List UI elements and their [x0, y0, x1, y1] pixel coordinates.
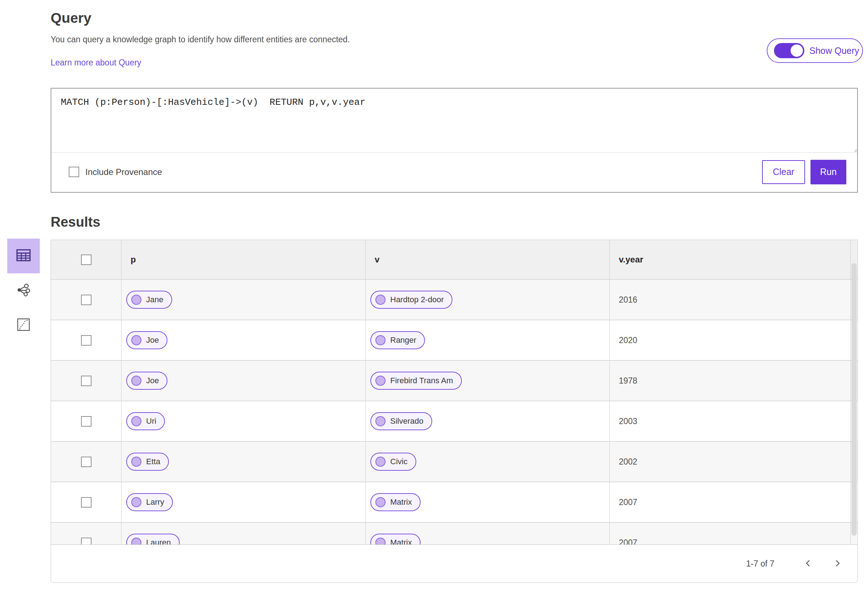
query-actions: Clear Run [762, 160, 846, 184]
select-all-checkbox[interactable] [81, 255, 92, 265]
clear-button[interactable]: Clear [762, 160, 805, 184]
entity-label: Matrix [390, 497, 412, 507]
page-description: You can query a knowledge graph to ident… [51, 35, 350, 44]
entity-label: Larry [146, 497, 164, 507]
map-view-button[interactable] [7, 308, 40, 343]
include-provenance-option[interactable]: Include Provenance [69, 167, 162, 177]
scrollbar-thumb[interactable] [851, 263, 857, 536]
node-icon [131, 295, 142, 305]
row-select-cell [51, 361, 121, 401]
p-cell: Joe [121, 320, 366, 360]
column-header-v-year: v.year [610, 240, 858, 279]
include-provenance-checkbox[interactable] [69, 167, 79, 177]
entity-label: Jane [146, 295, 164, 304]
network-graph-icon [17, 283, 30, 298]
query-panel: MATCH (p:Person)-[:HasVehicle]->(v) RETU… [51, 88, 858, 193]
learn-more-link[interactable]: Learn more about Query [51, 58, 142, 68]
previous-page-button[interactable] [800, 556, 816, 572]
entity-chip[interactable]: Joe [126, 371, 167, 390]
table-row: Larry Matrix 2007 [51, 482, 858, 523]
year-cell: 2003 [610, 401, 858, 441]
row-checkbox[interactable] [81, 457, 92, 467]
row-checkbox[interactable] [81, 497, 92, 508]
entity-chip[interactable]: Firebird Trans Am [371, 371, 462, 390]
year-cell: 2007 [610, 482, 858, 522]
v-cell: Hardtop 2-door [366, 280, 610, 320]
entity-chip[interactable]: Civic [371, 453, 416, 471]
entity-label: Joe [146, 336, 159, 345]
table-header-row: p v v.year [51, 240, 858, 280]
row-select-cell [51, 320, 121, 360]
p-cell: Etta [121, 442, 366, 482]
entity-chip[interactable]: Uri [126, 412, 165, 430]
results-table: p v v.year Jane Hardtop 2-door 2016 Joe … [51, 240, 858, 583]
v-cell: Firebird Trans Am [366, 361, 610, 401]
results-view-switcher [7, 239, 40, 343]
p-cell: Uri [121, 401, 366, 441]
select-all-cell [51, 240, 121, 279]
include-provenance-label: Include Provenance [86, 167, 162, 177]
entity-chip[interactable]: Jane [126, 291, 172, 309]
vertical-scrollbar[interactable] [850, 240, 858, 545]
node-icon [375, 335, 385, 345]
table-row: Uri Silverado 2003 [51, 401, 858, 442]
show-query-label: Show Query [809, 46, 859, 56]
node-icon [131, 497, 142, 507]
chevron-right-icon [833, 559, 842, 569]
node-icon [375, 295, 385, 305]
table-view-button[interactable] [7, 239, 40, 273]
entity-chip[interactable]: Matrix [371, 493, 421, 511]
table-icon [16, 249, 31, 263]
run-button[interactable]: Run [810, 160, 846, 184]
p-cell: Jane [121, 280, 366, 320]
pagination-range-label: 1-7 of 7 [746, 559, 774, 569]
page-title: Query [51, 10, 92, 26]
chevron-left-icon [804, 559, 813, 569]
toggle-knob [791, 44, 803, 57]
row-checkbox[interactable] [81, 335, 92, 346]
query-panel-footer: Include Provenance Clear Run [52, 153, 857, 191]
entity-label: Etta [146, 457, 160, 466]
row-checkbox[interactable] [81, 416, 92, 427]
table-row: Joe Ranger 2020 [51, 320, 858, 361]
entity-chip[interactable]: Joe [126, 331, 167, 349]
node-icon [375, 457, 385, 467]
v-cell: Ranger [366, 320, 610, 360]
year-cell: 1978 [610, 361, 858, 401]
row-select-cell [51, 280, 121, 320]
pagination-bar: 1-7 of 7 [51, 544, 858, 582]
table-row: Etta Civic 2002 [51, 442, 858, 482]
node-icon [375, 497, 385, 507]
p-cell: Larry [121, 482, 366, 522]
entity-chip[interactable]: Hardtop 2-door [371, 291, 452, 309]
entity-label: Ranger [390, 336, 416, 345]
row-select-cell [51, 482, 121, 522]
node-icon [131, 376, 142, 386]
entity-chip[interactable]: Ranger [371, 331, 425, 349]
query-input[interactable]: MATCH (p:Person)-[:HasVehicle]->(v) RETU… [52, 88, 857, 153]
node-icon [375, 416, 385, 426]
entity-chip[interactable]: Larry [126, 493, 173, 511]
v-cell: Silverado [366, 401, 610, 441]
entity-chip[interactable]: Etta [126, 453, 169, 471]
year-cell: 2020 [610, 320, 858, 360]
node-icon [131, 335, 142, 345]
column-header-p: p [121, 240, 366, 279]
entity-label: Firebird Trans Am [390, 376, 453, 385]
map-icon [17, 318, 30, 333]
entity-label: Silverado [390, 417, 424, 426]
query-page: Query You can query a knowledge graph to… [0, 0, 868, 594]
year-cell: 2016 [610, 280, 858, 320]
entity-label: Hardtop 2-door [390, 295, 444, 304]
row-checkbox[interactable] [81, 376, 92, 386]
entity-chip[interactable]: Silverado [371, 412, 432, 430]
table-body: Jane Hardtop 2-door 2016 Joe Ranger 2020… [51, 280, 858, 563]
graph-view-button[interactable] [7, 273, 40, 308]
show-query-toggle[interactable]: Show Query [767, 38, 863, 63]
row-checkbox[interactable] [81, 295, 92, 305]
next-page-button[interactable] [829, 556, 845, 572]
toggle-switch-on[interactable] [774, 43, 805, 58]
table-row: Joe Firebird Trans Am 1978 [51, 361, 858, 401]
results-title: Results [51, 214, 100, 230]
node-icon [131, 457, 142, 467]
